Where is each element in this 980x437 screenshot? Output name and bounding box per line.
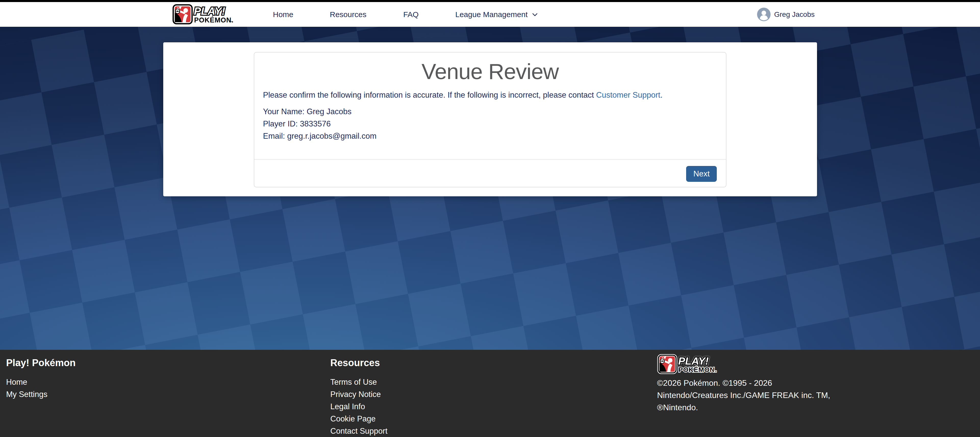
venue-review-panel: Venue Review Please confirm the followin… xyxy=(254,52,727,188)
intro-text-after-link: . xyxy=(660,91,663,99)
player-id-row: Player ID: 3833576 xyxy=(263,118,717,130)
footer-link-legal-info[interactable]: Legal Info xyxy=(330,400,387,413)
player-id-value: 3833576 xyxy=(300,119,331,128)
panel-body: Venue Review Please confirm the followin… xyxy=(254,52,726,142)
your-name-value: Greg Jacobs xyxy=(307,107,352,116)
header: PLAY! POKÉMON. ™ Home Resources FAQ Leag… xyxy=(0,2,980,27)
venue-review-card: Venue Review Please confirm the followin… xyxy=(163,42,817,196)
footer-link-privacy-notice[interactable]: Privacy Notice xyxy=(330,388,387,400)
footer-heading-resources: Resources xyxy=(330,358,387,368)
intro-text-before-link: Please confirm the following information… xyxy=(263,91,596,99)
footer-link-my-settings[interactable]: My Settings xyxy=(6,388,75,400)
user-menu[interactable]: Greg Jacobs xyxy=(757,2,815,27)
logo-play-text: PLAY! xyxy=(678,355,709,367)
page-title: Venue Review xyxy=(263,60,717,83)
footer-link-cookie-page[interactable]: Cookie Page xyxy=(330,413,387,425)
play-pokemon-logo[interactable]: PLAY! POKÉMON. ™ xyxy=(172,4,249,24)
your-name-label: Your Name: xyxy=(263,107,307,116)
nav-resources-label: Resources xyxy=(330,10,366,19)
footer-column-play-pokemon: Play! Pokémon Home My Settings xyxy=(6,350,75,400)
copyright-line-3: ®Nintendo. xyxy=(657,401,830,413)
footer-links-play-pokemon: Home My Settings xyxy=(6,376,75,400)
footer: Play! Pokémon Home My Settings Resources… xyxy=(0,350,980,437)
panel-footer: Next xyxy=(254,160,726,182)
page: PLAY! POKÉMON. ™ Home Resources FAQ Leag… xyxy=(0,0,980,437)
your-name-row: Your Name: Greg Jacobs xyxy=(263,106,717,118)
copyright-text: ©2026 Pokémon. ©1995 - 2026 Nintendo/Cre… xyxy=(657,377,830,413)
footer-link-home[interactable]: Home xyxy=(6,376,75,388)
footer-link-contact-support[interactable]: Contact Support xyxy=(330,425,387,437)
nav-item-home[interactable]: Home xyxy=(273,2,293,27)
email-label: Email: xyxy=(263,132,287,140)
footer-links-resources: Terms of Use Privacy Notice Legal Info C… xyxy=(330,376,387,437)
footer-link-terms-of-use[interactable]: Terms of Use xyxy=(330,376,387,388)
confirmation-text: Please confirm the following information… xyxy=(263,90,717,100)
nav-home-label: Home xyxy=(273,10,293,19)
top-black-bar xyxy=(0,0,980,2)
nav-item-resources[interactable]: Resources xyxy=(330,2,366,27)
nav-item-faq[interactable]: FAQ xyxy=(403,2,418,27)
user-name: Greg Jacobs xyxy=(774,10,815,19)
customer-support-link[interactable]: Customer Support xyxy=(596,91,660,99)
footer-column-resources: Resources Terms of Use Privacy Notice Le… xyxy=(330,350,387,437)
nav-item-league-management[interactable]: League Management xyxy=(455,2,538,27)
logo-tm-mark: ™ xyxy=(229,21,232,24)
logo-pokemon-text: POKÉMON. xyxy=(194,16,234,24)
copyright-line-2: Nintendo/Creatures Inc./GAME FREAK inc. … xyxy=(657,389,830,401)
user-avatar-icon xyxy=(757,8,771,21)
footer-play-pokemon-logo: PLAY! POKÉMON. ™ xyxy=(657,354,732,374)
nav-faq-label: FAQ xyxy=(403,10,418,19)
email-value: greg.r.jacobs@gmail.com xyxy=(287,132,377,140)
email-row: Email: greg.r.jacobs@gmail.com xyxy=(263,130,717,142)
nav-league-label: League Management xyxy=(455,10,528,19)
player-info: Your Name: Greg Jacobs Player ID: 383357… xyxy=(263,106,717,142)
player-id-label: Player ID: xyxy=(263,119,300,128)
next-button[interactable]: Next xyxy=(686,166,717,182)
logo-play-text: PLAY! xyxy=(194,5,225,17)
pokeball-trainer-badge-icon xyxy=(173,5,192,24)
copyright-line-1: ©2026 Pokémon. ©1995 - 2026 xyxy=(657,377,830,389)
pokeball-trainer-badge-icon xyxy=(658,355,676,373)
logo-tm-mark: ™ xyxy=(713,370,716,373)
chevron-down-icon xyxy=(531,11,538,18)
footer-heading-play-pokemon: Play! Pokémon xyxy=(6,358,75,368)
logo-pokemon-text: POKÉMON. xyxy=(678,366,717,373)
